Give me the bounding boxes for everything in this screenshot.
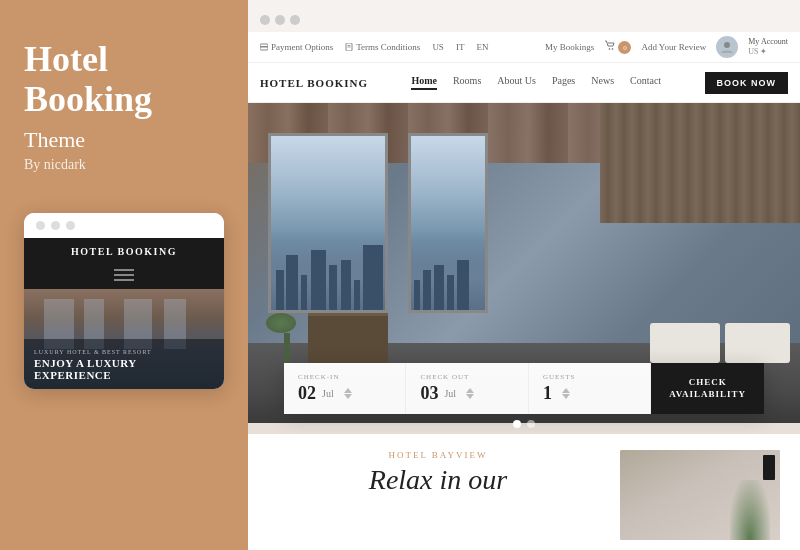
add-review-link[interactable]: Add Your Review (641, 42, 706, 52)
browser-dot-1 (260, 15, 270, 25)
site-menu: Home Rooms About Us Pages News Contact (411, 75, 661, 90)
cart-icon[interactable]: 0 (604, 40, 631, 55)
checkin-up-arrow[interactable] (344, 388, 352, 393)
user-avatar[interactable] (716, 36, 738, 58)
check-availability-button[interactable]: CHECKAVAILABILITY (651, 363, 764, 414)
nav-item-rooms[interactable]: Rooms (453, 75, 481, 90)
building-3 (301, 275, 307, 310)
check-availability-label: CHECKAVAILABILITY (669, 377, 746, 400)
terms-icon (345, 43, 353, 51)
pillow-1 (650, 323, 720, 363)
svg-point-7 (724, 42, 730, 48)
slide-dot-2[interactable] (527, 420, 535, 428)
building-r4 (447, 275, 454, 310)
below-hero-row: HOTEL BAYVIEW Relax in our (268, 450, 780, 540)
dot-2 (51, 221, 60, 230)
guests-arrows[interactable] (562, 388, 570, 399)
terms-conditions-link[interactable]: Terms Conditions (345, 42, 420, 52)
checkin-day: 02 (298, 383, 316, 404)
guests-field: GUESTS 1 (529, 363, 651, 414)
building-4 (311, 250, 326, 310)
building-8 (363, 245, 383, 310)
nav-item-pages[interactable]: Pages (552, 75, 575, 90)
nav-item-news[interactable]: News (591, 75, 614, 90)
payment-icon (260, 43, 268, 51)
topbar-right: My Bookings 0 Add Your Review My Account… (545, 36, 788, 58)
mobile-logo: HOTEL BOOKING (24, 238, 224, 261)
slide-dot-1[interactable] (513, 420, 521, 428)
website-preview: Payment Options Terms Conditions US IT E… (248, 32, 800, 550)
my-bookings-link[interactable]: My Bookings (545, 42, 594, 52)
hotel-name-label: HOTEL BAYVIEW (268, 450, 608, 460)
building-r2 (423, 270, 431, 310)
checkin-label: CHECK-IN (298, 373, 391, 381)
theme-subtitle: Theme (24, 127, 224, 153)
checkout-value[interactable]: 03 Jul (420, 383, 513, 404)
main-title: HotelBooking (24, 40, 224, 119)
below-room-image (620, 450, 780, 540)
guests-down-arrow[interactable] (562, 394, 570, 399)
skyline-left (271, 230, 385, 310)
mobile-preview-card: HOTEL BOOKING LUXURY HOTEL & BEST RESORT… (24, 213, 224, 389)
checkout-arrows[interactable] (466, 388, 474, 399)
mobile-big-text: ENJOY A LUXURYEXPERIENCE (34, 357, 214, 381)
checkout-down-arrow[interactable] (466, 394, 474, 399)
building-5 (329, 265, 337, 310)
nav-item-about[interactable]: About Us (497, 75, 536, 90)
building-r3 (434, 265, 444, 310)
browser-chrome (248, 0, 800, 32)
browser-dot-2 (275, 15, 285, 25)
cart-badge: 0 (618, 41, 631, 54)
booking-bar: CHECK-IN 02 Jul CHECK OUT 03 (284, 363, 764, 414)
checkin-value[interactable]: 02 Jul (298, 383, 391, 404)
building-1 (276, 270, 284, 310)
building-r1 (414, 280, 420, 310)
guests-up-arrow[interactable] (562, 388, 570, 393)
right-panel: Payment Options Terms Conditions US IT E… (248, 0, 800, 550)
payment-options-link[interactable]: Payment Options (260, 42, 333, 52)
below-text-column: HOTEL BAYVIEW Relax in our (268, 450, 608, 496)
user-name: My AccountUS ✦ (748, 37, 788, 56)
dot-1 (36, 221, 45, 230)
site-hero: CHECK-IN 02 Jul CHECK OUT 03 (248, 103, 800, 434)
browser-dot-3 (290, 15, 300, 25)
plant-stem (284, 333, 290, 363)
guests-value[interactable]: 1 (543, 383, 636, 404)
checkout-label: CHECK OUT (420, 373, 513, 381)
building-r5 (457, 260, 469, 310)
window-left (268, 133, 388, 313)
avatar-icon (720, 40, 734, 54)
guests-count: 1 (543, 383, 552, 404)
book-now-button[interactable]: BOOK NOW (705, 72, 789, 94)
plant (278, 313, 296, 363)
skyline-right (411, 230, 485, 310)
below-heading: Relax in our (268, 464, 608, 496)
mobile-hero-overlay: LUXURY HOTEL & BEST RESORT ENJOY A LUXUR… (24, 339, 224, 389)
checkout-up-arrow[interactable] (466, 388, 474, 393)
lang-us[interactable]: US (432, 42, 444, 52)
browser-dots (260, 15, 300, 25)
room-image-lamp (763, 455, 775, 480)
below-hero-section: HOTEL BAYVIEW Relax in our (248, 434, 800, 550)
lang-en[interactable]: EN (476, 42, 488, 52)
site-topbar: Payment Options Terms Conditions US IT E… (248, 32, 800, 63)
svg-point-5 (609, 48, 611, 50)
nav-item-contact[interactable]: Contact (630, 75, 661, 90)
checkin-arrows[interactable] (344, 388, 352, 399)
headboard (600, 103, 800, 223)
hero-slide-dots (513, 420, 535, 428)
hamburger-icon[interactable] (24, 261, 224, 289)
site-logo: HOTEL BOOKING (260, 77, 368, 89)
window-right (408, 133, 488, 313)
left-panel: HotelBooking Theme By nicdark HOTEL BOOK… (0, 0, 248, 550)
topbar-left: Payment Options Terms Conditions US IT E… (260, 42, 488, 52)
checkout-field: CHECK OUT 03 Jul (406, 363, 528, 414)
plant-leaves (266, 313, 296, 333)
checkout-month: Jul (444, 388, 456, 399)
building-7 (354, 280, 360, 310)
lang-it[interactable]: IT (456, 42, 465, 52)
building-2 (286, 255, 298, 310)
guests-label: GUESTS (543, 373, 636, 381)
checkin-down-arrow[interactable] (344, 394, 352, 399)
nav-item-home[interactable]: Home (411, 75, 437, 90)
